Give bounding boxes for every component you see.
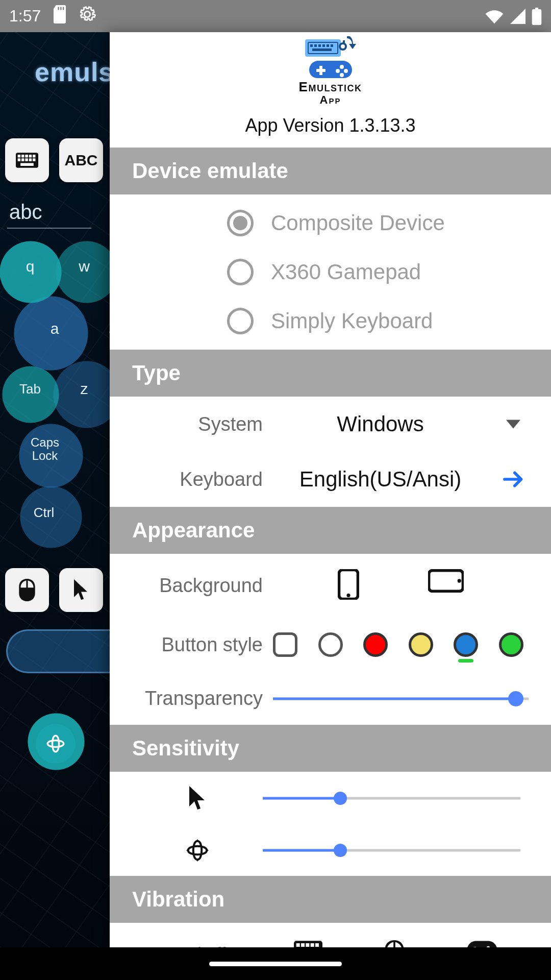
bg-keyboard-button [5, 138, 49, 182]
sd-card-icon [52, 5, 67, 28]
section-header-device-emulate: Device emulate [110, 148, 551, 194]
android-status-bar: 1:57 [0, 0, 551, 32]
swatch-blue[interactable] [454, 632, 478, 657]
svg-rect-5 [33, 155, 36, 158]
radio-composite-device[interactable]: Composite Device [227, 210, 551, 236]
svg-rect-11 [20, 163, 34, 166]
svg-rect-37 [315, 943, 319, 947]
app-name: Emulstick App [110, 80, 551, 106]
vibration-row: On/Off [110, 923, 551, 947]
radio-button-icon [227, 308, 254, 334]
svg-rect-2 [21, 155, 24, 158]
android-nav-bar[interactable] [0, 947, 551, 980]
landscape-orientation-button[interactable] [428, 569, 464, 602]
svg-point-26 [336, 69, 340, 73]
gyro-sensitivity-row [110, 825, 551, 876]
keyboard-label: Keyboard [132, 469, 263, 491]
swatch-square-white[interactable] [273, 632, 297, 657]
gyro-sensitivity-slider[interactable] [263, 843, 520, 858]
app-name-line2: App [110, 94, 551, 106]
bg-text-field: abc [7, 201, 91, 229]
svg-rect-20 [312, 48, 332, 51]
swatch-yellow[interactable] [409, 632, 433, 657]
system-dropdown[interactable]: System Windows [110, 397, 551, 452]
bg-key-z: z [64, 369, 104, 409]
radio-label: Simply Keyboard [271, 309, 433, 333]
svg-point-27 [344, 69, 348, 73]
cursor-sensitivity-slider[interactable] [263, 791, 520, 806]
svg-rect-17 [322, 44, 325, 47]
vibration-mouse-toggle[interactable] [384, 940, 405, 947]
svg-rect-10 [33, 158, 36, 161]
keyboard-selector[interactable]: Keyboard English(US/Ansi) [110, 452, 551, 507]
system-label: System [132, 413, 263, 435]
svg-rect-23 [316, 69, 325, 72]
bg-key-q: q [10, 247, 50, 286]
home-pill[interactable] [209, 962, 342, 966]
wifi-icon [485, 9, 504, 24]
status-right [485, 8, 542, 25]
background-app-title: emuls [35, 57, 110, 87]
app-version: App Version 1.3.13.3 [110, 115, 551, 136]
bg-key-s: s [92, 308, 110, 350]
transparency-slider[interactable] [273, 691, 529, 706]
bg-key-ctrl: Ctrl [20, 492, 67, 533]
device-emulate-options: Composite Device X360 Gamepad Simply Key… [110, 194, 551, 350]
vibration-keyboard-toggle[interactable] [294, 940, 322, 947]
section-header-sensitivity: Sensitivity [110, 725, 551, 772]
background-label: Background [132, 575, 263, 597]
button-style-label: Button style [132, 634, 263, 656]
status-time: 1:57 [9, 7, 41, 26]
bg-key-caps: Caps Lock [18, 425, 71, 473]
swatch-green[interactable] [499, 632, 523, 657]
keyboard-value: English(US/Ansi) [273, 467, 488, 492]
chevron-down-icon [498, 420, 529, 429]
svg-point-29 [347, 594, 350, 597]
section-header-appearance: Appearance [110, 507, 551, 554]
bg-key-tab: Tab [10, 369, 50, 409]
section-header-vibration: Vibration [110, 876, 551, 923]
portrait-orientation-button[interactable] [338, 569, 359, 602]
button-style-swatches [273, 632, 529, 657]
status-left: 1:57 [9, 5, 96, 28]
svg-rect-3 [25, 155, 28, 158]
svg-rect-21 [343, 40, 345, 44]
cursor-sensitivity-row [110, 772, 551, 825]
app-name-line1: Emulstick [110, 80, 551, 94]
background-app: emuls ABC abc q w a s Tab z Caps Lock Ct… [0, 32, 110, 947]
svg-rect-36 [310, 943, 314, 947]
svg-rect-1 [18, 155, 21, 158]
gyro-icon [132, 839, 263, 862]
cursor-icon [132, 786, 263, 811]
swatch-circle-white[interactable] [318, 632, 343, 657]
svg-rect-33 [296, 943, 299, 947]
button-style-row: Button style [110, 617, 551, 672]
transparency-row: Transparency [110, 672, 551, 725]
svg-rect-9 [29, 158, 32, 161]
settings-panel: Emulstick App App Version 1.3.13.3 Devic… [110, 32, 551, 947]
svg-rect-19 [331, 44, 333, 47]
bg-mouse-button [5, 568, 49, 612]
bg-mouse-bar [6, 629, 110, 673]
vibration-gamepad-toggle[interactable] [467, 940, 497, 947]
signal-icon [510, 9, 525, 24]
bg-gyro-button [36, 724, 76, 764]
radio-label: X360 Gamepad [271, 260, 421, 284]
vibration-onoff-label: On/Off [132, 944, 263, 947]
gear-icon [79, 6, 96, 27]
svg-rect-7 [21, 158, 24, 161]
svg-rect-6 [18, 158, 21, 161]
background-orientation-row: Background [110, 554, 551, 617]
svg-rect-16 [318, 44, 321, 47]
svg-rect-14 [310, 44, 313, 47]
transparency-label: Transparency [132, 688, 263, 709]
arrow-right-icon [498, 471, 529, 488]
bg-cursor-button [59, 568, 103, 612]
bg-key-a: a [34, 308, 76, 350]
radio-x360-gamepad[interactable]: X360 Gamepad [227, 259, 551, 285]
swatch-red[interactable] [363, 632, 388, 657]
svg-rect-15 [314, 44, 317, 47]
bg-abc-button: ABC [59, 138, 103, 182]
radio-label: Composite Device [271, 211, 445, 235]
radio-simply-keyboard[interactable]: Simply Keyboard [227, 308, 551, 334]
